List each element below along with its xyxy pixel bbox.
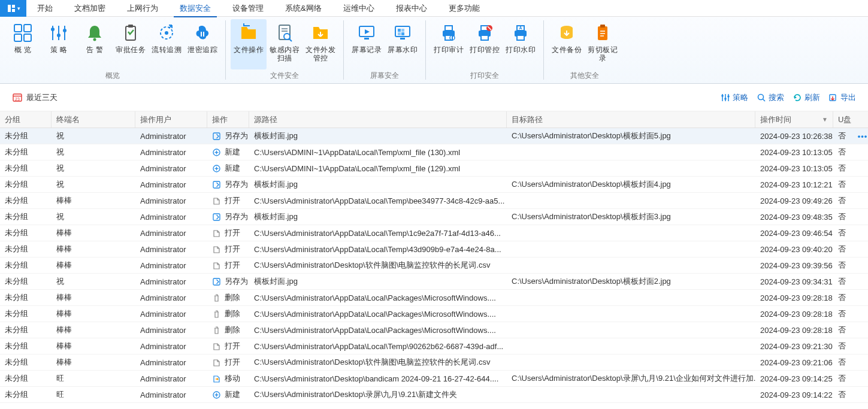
table-row[interactable]: 未分组棒棒Administrator打开C:\Users\Administrat… <box>0 241 868 257</box>
ribbon-btn-watermark[interactable]: 屏幕水印 <box>385 19 421 69</box>
row-actions-button[interactable]: ••• <box>857 128 868 144</box>
col-source-path[interactable]: 源路径 <box>249 111 507 128</box>
cell-user: Administrator <box>135 387 207 402</box>
menu-item-4[interactable]: 设备管理 <box>222 0 274 17</box>
menu-item-2[interactable]: 上网行为 <box>116 0 169 17</box>
saveas-icon <box>212 180 221 189</box>
table-row[interactable]: 未分组祝Administrator另存为横板封面.jpgC:\Users\Adm… <box>0 177 868 193</box>
table-row[interactable]: 未分组棒棒Administrator删除C:\Users\Administrat… <box>0 290 868 306</box>
ribbon-btn-trace[interactable]: 流转追溯 <box>149 19 185 69</box>
cell-user: Administrator <box>135 355 207 370</box>
move-icon <box>212 374 221 383</box>
ribbon-btn-leak[interactable]: 泄密追踪 <box>185 19 220 69</box>
svg-rect-66 <box>12 5 15 8</box>
table-row[interactable]: 未分组祝Administrator新建C:\Users\ADMINI~1\App… <box>0 144 868 160</box>
cell-source: C:\Users\Administrator\AppData\Local\Tem… <box>249 193 507 208</box>
ribbon-btn-sliders[interactable]: 策 略 <box>41 19 77 69</box>
cell-time: 2024-09-23 09:14:22 <box>755 387 833 402</box>
ribbon-btn-clipboard-rec[interactable]: 剪切板记录 <box>585 19 621 69</box>
sliders-icon <box>721 93 730 102</box>
delete-icon <box>212 326 221 335</box>
cell-operation: 打开 <box>207 257 249 273</box>
ribbon-btn-scan[interactable]: 敏感内容扫描 <box>267 19 303 69</box>
cell-operation: 打开 <box>207 193 249 208</box>
ribbon-btn-folder-arrow[interactable]: 文件操作 <box>231 19 267 69</box>
col-time[interactable]: 操作时间▼ <box>755 111 833 128</box>
cell-terminal: 祝 <box>52 128 135 144</box>
saveas-icon <box>212 277 221 286</box>
app-menu-button[interactable]: ▾ <box>0 0 26 17</box>
cell-operation: 打开 <box>207 241 249 257</box>
toolbar-refresh-button[interactable]: 刷新 <box>793 92 820 103</box>
col-group[interactable]: 分组 <box>0 111 52 128</box>
toolbar-search-button[interactable]: 搜索 <box>757 92 784 103</box>
cell-operation: 打开 <box>207 355 249 370</box>
cell-target <box>507 387 755 402</box>
table-row[interactable]: 未分组棒棒Administrator打开C:\Users\Administrat… <box>0 193 868 209</box>
toolbar-export-button[interactable]: 导出 <box>828 92 856 103</box>
cell-usb: 否 <box>833 128 857 144</box>
col-target-path[interactable]: 目标路径 <box>507 111 755 128</box>
cell-time: 2024-09-23 10:13:05 <box>755 160 833 176</box>
cell-group: 未分组 <box>0 387 52 402</box>
table-row[interactable]: 未分组祝Administrator另存为横板封面.jpgC:\Users\Adm… <box>0 209 868 225</box>
col-usb[interactable]: U盘 <box>833 111 857 128</box>
cell-group: 未分组 <box>0 128 52 144</box>
table-header: 分组 终端名 操作用户 操作 源路径 目标路径 操作时间▼ U盘 <box>0 111 868 128</box>
ribbon-btn-backup[interactable]: 文件备份 <box>549 19 585 69</box>
table-row[interactable]: 未分组棒棒Administrator删除C:\Users\Administrat… <box>0 322 868 338</box>
ribbon-btn-print-audit[interactable]: 打印审计 <box>431 19 467 69</box>
ribbon-btn-bell[interactable]: 告 警 <box>77 19 113 69</box>
cell-operation: 删除 <box>207 306 249 322</box>
cell-source: C:\Users\Administrator\AppData\Local\Tem… <box>249 241 507 257</box>
ribbon-btn-clipboard[interactable]: 审批任务 <box>113 19 149 69</box>
ribbon-group-label: 打印安全 <box>470 69 499 83</box>
ribbon: 概 览策 略告 警审批任务流转追溯泄密追踪概览文件操作敏感内容扫描文件外发管控文… <box>0 17 868 84</box>
cell-operation: 打开 <box>207 225 249 241</box>
table-row[interactable]: 未分组祝Administrator另存为横板封面.jpgC:\Users\Adm… <box>0 128 868 144</box>
cell-usb: 否 <box>833 338 857 354</box>
cell-terminal: 棒棒 <box>52 322 135 338</box>
ribbon-btn-print-wm[interactable]: 打印水印 <box>503 19 539 69</box>
ribbon-btn-label: 屏幕记录 <box>352 46 382 54</box>
date-filter[interactable]: 最近三天 <box>12 92 58 103</box>
cell-usb: 否 <box>833 290 857 305</box>
ribbon-btn-overview[interactable]: 概 览 <box>5 19 41 69</box>
sort-desc-icon: ▼ <box>822 116 828 123</box>
ribbon-btn-print-ctrl[interactable]: 打印管控 <box>467 19 503 69</box>
table-row[interactable]: 未分组棒棒Administrator打开C:\Users\Administrat… <box>0 355 868 371</box>
cell-terminal: 旺 <box>52 371 135 386</box>
menu-item-1[interactable]: 文档加密 <box>63 0 116 17</box>
menu-item-8[interactable]: 更多功能 <box>438 0 491 17</box>
cell-group: 未分组 <box>0 241 52 257</box>
cell-user: Administrator <box>135 338 207 354</box>
cell-target <box>507 241 755 257</box>
table-row[interactable]: 未分组祝Administrator新建C:\Users\ADMINI~1\App… <box>0 160 868 177</box>
cell-source: C:\Users\Administrator\Desktop\录屏\九月\9.2… <box>249 387 507 402</box>
cell-operation: 另存为 <box>207 274 249 289</box>
ribbon-btn-label: 告 警 <box>86 46 104 54</box>
menu-item-6[interactable]: 运维中心 <box>332 0 385 17</box>
col-terminal[interactable]: 终端名 <box>52 111 135 128</box>
table-row[interactable]: 未分组旺Administrator新建C:\Users\Administrato… <box>0 387 868 403</box>
cell-target <box>507 306 755 322</box>
col-operation[interactable]: 操作 <box>207 111 249 128</box>
table-row[interactable]: 未分组棒棒Administrator删除C:\Users\Administrat… <box>0 306 868 322</box>
table-row[interactable]: 未分组棒棒Administrator打开C:\Users\Administrat… <box>0 257 868 274</box>
table-row[interactable]: 未分组棒棒Administrator打开C:\Users\Administrat… <box>0 338 868 355</box>
cell-target: C:\Users\Administrator\Desktop\横板封面5.jpg <box>507 128 755 144</box>
ribbon-btn-screen-rec[interactable]: 屏幕记录 <box>349 19 385 69</box>
table-row[interactable]: 未分组祝Administrator另存为横板封面.jpgC:\Users\Adm… <box>0 274 868 290</box>
menu-item-7[interactable]: 报表中心 <box>385 0 438 17</box>
ribbon-btn-label: 泄密追踪 <box>187 46 217 54</box>
col-user[interactable]: 操作用户 <box>135 111 207 128</box>
toolbar-sliders-button[interactable]: 策略 <box>721 92 748 103</box>
menu-item-5[interactable]: 系统&网络 <box>274 0 332 17</box>
table-row[interactable]: 未分组旺Administrator移动C:\Users\Administrato… <box>0 371 868 387</box>
menu-item-3[interactable]: 数据安全 <box>169 0 222 17</box>
menu-item-0[interactable]: 开始 <box>26 0 63 17</box>
cell-source: C:\Users\Administrator\Desktop\软件脑图\电脑监控… <box>249 257 507 273</box>
ribbon-btn-folder-out[interactable]: 文件外发管控 <box>303 19 338 69</box>
cell-group: 未分组 <box>0 209 52 225</box>
table-row[interactable]: 未分组棒棒Administrator打开C:\Users\Administrat… <box>0 225 868 241</box>
